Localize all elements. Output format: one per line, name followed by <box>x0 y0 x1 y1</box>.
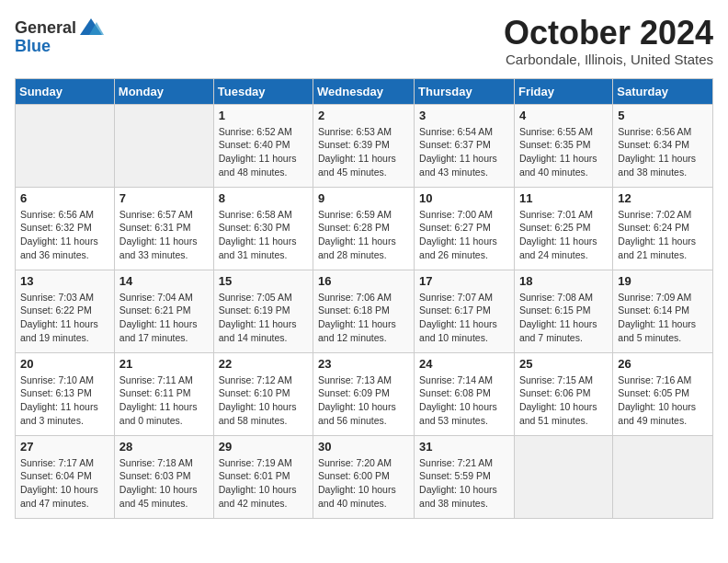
day-info: Sunrise: 7:20 AMSunset: 6:00 PMDaylight:… <box>318 456 409 511</box>
day-number: 4 <box>519 109 608 122</box>
calendar-cell: 26Sunrise: 7:16 AMSunset: 6:05 PMDayligh… <box>613 352 713 435</box>
calendar-cell <box>514 435 612 518</box>
day-number: 26 <box>618 357 708 371</box>
calendar-cell: 29Sunrise: 7:19 AMSunset: 6:01 PMDayligh… <box>213 435 313 518</box>
day-number: 31 <box>419 440 509 454</box>
day-info: Sunrise: 6:59 AMSunset: 6:28 PMDaylight:… <box>318 208 409 262</box>
day-number: 16 <box>318 274 409 288</box>
month-title: October 2024 <box>504 15 713 52</box>
calendar-week-row: 1Sunrise: 6:52 AMSunset: 6:40 PMDaylight… <box>16 104 713 187</box>
calendar-cell: 31Sunrise: 7:21 AMSunset: 5:59 PMDayligh… <box>415 435 515 518</box>
day-number: 11 <box>519 191 608 205</box>
calendar-cell: 21Sunrise: 7:11 AMSunset: 6:11 PMDayligh… <box>114 352 213 435</box>
day-number: 5 <box>618 109 708 122</box>
day-number: 27 <box>20 440 109 454</box>
day-info: Sunrise: 7:07 AMSunset: 6:17 PMDaylight:… <box>419 291 509 345</box>
day-info: Sunrise: 6:56 AMSunset: 6:32 PMDaylight:… <box>20 208 109 262</box>
calendar-cell: 7Sunrise: 6:57 AMSunset: 6:31 PMDaylight… <box>114 187 213 270</box>
day-number: 1 <box>219 109 308 122</box>
day-info: Sunrise: 7:11 AMSunset: 6:11 PMDaylight:… <box>119 373 209 428</box>
calendar-cell: 30Sunrise: 7:20 AMSunset: 6:00 PMDayligh… <box>313 435 415 518</box>
day-info: Sunrise: 7:01 AMSunset: 6:25 PMDaylight:… <box>519 208 608 262</box>
weekday-header-row: SundayMondayTuesdayWednesdayThursdayFrid… <box>16 78 713 104</box>
day-info: Sunrise: 6:57 AMSunset: 6:31 PMDaylight:… <box>119 208 209 262</box>
day-number: 19 <box>618 274 708 288</box>
weekday-header-wednesday: Wednesday <box>313 78 415 104</box>
day-number: 3 <box>419 109 509 122</box>
day-info: Sunrise: 7:10 AMSunset: 6:13 PMDaylight:… <box>20 373 109 428</box>
day-info: Sunrise: 7:03 AMSunset: 6:22 PMDaylight:… <box>20 291 109 345</box>
calendar-cell: 3Sunrise: 6:54 AMSunset: 6:37 PMDaylight… <box>415 104 515 187</box>
calendar-table: SundayMondayTuesdayWednesdayThursdayFrid… <box>15 78 713 519</box>
calendar-cell: 8Sunrise: 6:58 AMSunset: 6:30 PMDaylight… <box>213 187 313 270</box>
weekday-header-monday: Monday <box>114 78 213 104</box>
logo-icon <box>78 15 104 40</box>
day-number: 13 <box>20 274 109 288</box>
calendar-cell: 18Sunrise: 7:08 AMSunset: 6:15 PMDayligh… <box>514 270 612 352</box>
calendar-cell <box>114 104 213 187</box>
day-info: Sunrise: 7:04 AMSunset: 6:21 PMDaylight:… <box>119 291 209 345</box>
day-info: Sunrise: 6:52 AMSunset: 6:40 PMDaylight:… <box>219 125 308 179</box>
calendar-cell: 25Sunrise: 7:15 AMSunset: 6:06 PMDayligh… <box>514 352 612 435</box>
calendar-cell: 19Sunrise: 7:09 AMSunset: 6:14 PMDayligh… <box>613 270 713 352</box>
calendar-cell: 4Sunrise: 6:55 AMSunset: 6:35 PMDaylight… <box>514 104 612 187</box>
day-number: 12 <box>618 191 708 205</box>
day-info: Sunrise: 6:53 AMSunset: 6:39 PMDaylight:… <box>318 125 409 179</box>
day-number: 17 <box>419 274 509 288</box>
calendar-cell: 9Sunrise: 6:59 AMSunset: 6:28 PMDaylight… <box>313 187 415 270</box>
calendar-cell: 12Sunrise: 7:02 AMSunset: 6:24 PMDayligh… <box>613 187 713 270</box>
day-info: Sunrise: 7:16 AMSunset: 6:05 PMDaylight:… <box>618 373 708 428</box>
day-number: 20 <box>20 357 109 371</box>
calendar-cell: 17Sunrise: 7:07 AMSunset: 6:17 PMDayligh… <box>415 270 515 352</box>
day-info: Sunrise: 7:15 AMSunset: 6:06 PMDaylight:… <box>519 373 608 428</box>
day-info: Sunrise: 7:00 AMSunset: 6:27 PMDaylight:… <box>419 208 509 262</box>
day-number: 30 <box>318 440 409 454</box>
location-title: Carbondale, Illinois, United States <box>504 52 713 67</box>
page-header: General Blue October 2024 Carbondale, Il… <box>15 15 713 67</box>
day-info: Sunrise: 6:56 AMSunset: 6:34 PMDaylight:… <box>618 125 708 179</box>
day-number: 6 <box>20 191 109 205</box>
calendar-cell <box>613 435 713 518</box>
day-number: 14 <box>119 274 209 288</box>
day-number: 15 <box>219 274 308 288</box>
calendar-cell: 16Sunrise: 7:06 AMSunset: 6:18 PMDayligh… <box>313 270 415 352</box>
day-info: Sunrise: 7:14 AMSunset: 6:08 PMDaylight:… <box>419 373 509 428</box>
calendar-cell: 2Sunrise: 6:53 AMSunset: 6:39 PMDaylight… <box>313 104 415 187</box>
calendar-cell: 28Sunrise: 7:18 AMSunset: 6:03 PMDayligh… <box>114 435 213 518</box>
calendar-week-row: 20Sunrise: 7:10 AMSunset: 6:13 PMDayligh… <box>16 352 713 435</box>
weekday-header-tuesday: Tuesday <box>213 78 313 104</box>
day-info: Sunrise: 7:09 AMSunset: 6:14 PMDaylight:… <box>618 291 708 345</box>
day-number: 9 <box>318 191 409 205</box>
calendar-cell: 22Sunrise: 7:12 AMSunset: 6:10 PMDayligh… <box>213 352 313 435</box>
weekday-header-sunday: Sunday <box>16 78 115 104</box>
day-info: Sunrise: 7:21 AMSunset: 5:59 PMDaylight:… <box>419 456 509 511</box>
day-number: 25 <box>519 357 608 371</box>
day-number: 22 <box>219 357 308 371</box>
calendar-cell: 1Sunrise: 6:52 AMSunset: 6:40 PMDaylight… <box>213 104 313 187</box>
weekday-header-friday: Friday <box>514 78 612 104</box>
day-number: 2 <box>318 109 409 122</box>
day-info: Sunrise: 7:05 AMSunset: 6:19 PMDaylight:… <box>219 291 308 345</box>
day-number: 29 <box>219 440 308 454</box>
calendar-cell: 14Sunrise: 7:04 AMSunset: 6:21 PMDayligh… <box>114 270 213 352</box>
calendar-cell: 15Sunrise: 7:05 AMSunset: 6:19 PMDayligh… <box>213 270 313 352</box>
day-number: 21 <box>119 357 209 371</box>
calendar-week-row: 27Sunrise: 7:17 AMSunset: 6:04 PMDayligh… <box>16 435 713 518</box>
day-info: Sunrise: 7:06 AMSunset: 6:18 PMDaylight:… <box>318 291 409 345</box>
calendar-cell: 20Sunrise: 7:10 AMSunset: 6:13 PMDayligh… <box>16 352 115 435</box>
calendar-cell: 6Sunrise: 6:56 AMSunset: 6:32 PMDaylight… <box>16 187 115 270</box>
day-info: Sunrise: 7:13 AMSunset: 6:09 PMDaylight:… <box>318 373 409 428</box>
day-number: 10 <box>419 191 509 205</box>
day-info: Sunrise: 7:18 AMSunset: 6:03 PMDaylight:… <box>119 456 209 511</box>
weekday-header-thursday: Thursday <box>415 78 515 104</box>
calendar-cell: 13Sunrise: 7:03 AMSunset: 6:22 PMDayligh… <box>16 270 115 352</box>
logo-general: General <box>15 18 76 38</box>
calendar-cell: 27Sunrise: 7:17 AMSunset: 6:04 PMDayligh… <box>16 435 115 518</box>
day-number: 18 <box>519 274 608 288</box>
calendar-cell <box>16 104 115 187</box>
day-number: 28 <box>119 440 209 454</box>
calendar-cell: 11Sunrise: 7:01 AMSunset: 6:25 PMDayligh… <box>514 187 612 270</box>
title-block: October 2024 Carbondale, Illinois, Unite… <box>504 15 713 67</box>
calendar-cell: 5Sunrise: 6:56 AMSunset: 6:34 PMDaylight… <box>613 104 713 187</box>
day-number: 8 <box>219 191 308 205</box>
